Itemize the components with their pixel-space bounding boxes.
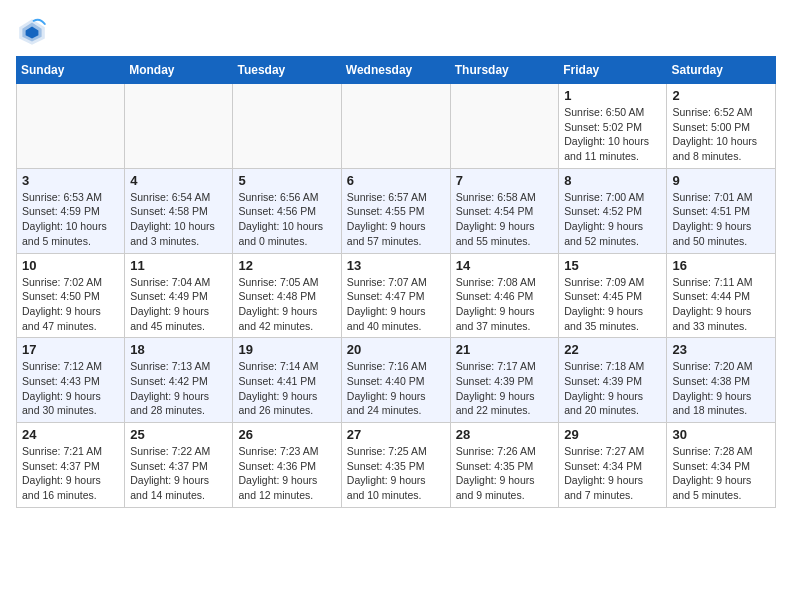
day-number: 23 xyxy=(672,342,770,357)
calendar-cell: 9Sunrise: 7:01 AM Sunset: 4:51 PM Daylig… xyxy=(667,168,776,253)
day-info: Sunrise: 7:14 AM Sunset: 4:41 PM Dayligh… xyxy=(238,359,335,418)
calendar-cell: 12Sunrise: 7:05 AM Sunset: 4:48 PM Dayli… xyxy=(233,253,341,338)
day-info: Sunrise: 7:17 AM Sunset: 4:39 PM Dayligh… xyxy=(456,359,554,418)
calendar-week-4: 17Sunrise: 7:12 AM Sunset: 4:43 PM Dayli… xyxy=(17,338,776,423)
header-monday: Monday xyxy=(125,57,233,84)
day-info: Sunrise: 7:16 AM Sunset: 4:40 PM Dayligh… xyxy=(347,359,445,418)
day-number: 16 xyxy=(672,258,770,273)
day-info: Sunrise: 7:07 AM Sunset: 4:47 PM Dayligh… xyxy=(347,275,445,334)
calendar-cell: 29Sunrise: 7:27 AM Sunset: 4:34 PM Dayli… xyxy=(559,423,667,508)
day-info: Sunrise: 7:09 AM Sunset: 4:45 PM Dayligh… xyxy=(564,275,661,334)
day-info: Sunrise: 6:54 AM Sunset: 4:58 PM Dayligh… xyxy=(130,190,227,249)
day-info: Sunrise: 7:28 AM Sunset: 4:34 PM Dayligh… xyxy=(672,444,770,503)
day-info: Sunrise: 7:25 AM Sunset: 4:35 PM Dayligh… xyxy=(347,444,445,503)
calendar-header-row: SundayMondayTuesdayWednesdayThursdayFrid… xyxy=(17,57,776,84)
calendar-cell: 27Sunrise: 7:25 AM Sunset: 4:35 PM Dayli… xyxy=(341,423,450,508)
calendar-cell: 24Sunrise: 7:21 AM Sunset: 4:37 PM Dayli… xyxy=(17,423,125,508)
header-sunday: Sunday xyxy=(17,57,125,84)
calendar-cell: 13Sunrise: 7:07 AM Sunset: 4:47 PM Dayli… xyxy=(341,253,450,338)
header-thursday: Thursday xyxy=(450,57,559,84)
day-number: 4 xyxy=(130,173,227,188)
day-number: 22 xyxy=(564,342,661,357)
calendar-week-2: 3Sunrise: 6:53 AM Sunset: 4:59 PM Daylig… xyxy=(17,168,776,253)
day-info: Sunrise: 7:13 AM Sunset: 4:42 PM Dayligh… xyxy=(130,359,227,418)
day-number: 27 xyxy=(347,427,445,442)
day-info: Sunrise: 7:27 AM Sunset: 4:34 PM Dayligh… xyxy=(564,444,661,503)
calendar-cell: 3Sunrise: 6:53 AM Sunset: 4:59 PM Daylig… xyxy=(17,168,125,253)
logo xyxy=(16,16,52,48)
day-number: 28 xyxy=(456,427,554,442)
day-info: Sunrise: 7:23 AM Sunset: 4:36 PM Dayligh… xyxy=(238,444,335,503)
day-info: Sunrise: 7:05 AM Sunset: 4:48 PM Dayligh… xyxy=(238,275,335,334)
day-number: 12 xyxy=(238,258,335,273)
calendar-cell xyxy=(450,84,559,169)
day-info: Sunrise: 6:58 AM Sunset: 4:54 PM Dayligh… xyxy=(456,190,554,249)
day-info: Sunrise: 7:22 AM Sunset: 4:37 PM Dayligh… xyxy=(130,444,227,503)
day-number: 5 xyxy=(238,173,335,188)
calendar-cell: 7Sunrise: 6:58 AM Sunset: 4:54 PM Daylig… xyxy=(450,168,559,253)
day-info: Sunrise: 7:00 AM Sunset: 4:52 PM Dayligh… xyxy=(564,190,661,249)
day-number: 25 xyxy=(130,427,227,442)
calendar-cell: 26Sunrise: 7:23 AM Sunset: 4:36 PM Dayli… xyxy=(233,423,341,508)
day-number: 7 xyxy=(456,173,554,188)
calendar-cell: 4Sunrise: 6:54 AM Sunset: 4:58 PM Daylig… xyxy=(125,168,233,253)
calendar-cell: 15Sunrise: 7:09 AM Sunset: 4:45 PM Dayli… xyxy=(559,253,667,338)
day-info: Sunrise: 6:50 AM Sunset: 5:02 PM Dayligh… xyxy=(564,105,661,164)
day-number: 17 xyxy=(22,342,119,357)
day-number: 1 xyxy=(564,88,661,103)
day-number: 19 xyxy=(238,342,335,357)
day-number: 20 xyxy=(347,342,445,357)
calendar-cell: 17Sunrise: 7:12 AM Sunset: 4:43 PM Dayli… xyxy=(17,338,125,423)
day-info: Sunrise: 7:04 AM Sunset: 4:49 PM Dayligh… xyxy=(130,275,227,334)
day-info: Sunrise: 6:53 AM Sunset: 4:59 PM Dayligh… xyxy=(22,190,119,249)
calendar-cell: 10Sunrise: 7:02 AM Sunset: 4:50 PM Dayli… xyxy=(17,253,125,338)
header-saturday: Saturday xyxy=(667,57,776,84)
page-header xyxy=(16,16,776,48)
day-number: 29 xyxy=(564,427,661,442)
calendar-cell: 18Sunrise: 7:13 AM Sunset: 4:42 PM Dayli… xyxy=(125,338,233,423)
day-number: 11 xyxy=(130,258,227,273)
day-number: 13 xyxy=(347,258,445,273)
day-info: Sunrise: 7:20 AM Sunset: 4:38 PM Dayligh… xyxy=(672,359,770,418)
calendar-cell: 22Sunrise: 7:18 AM Sunset: 4:39 PM Dayli… xyxy=(559,338,667,423)
calendar-cell: 19Sunrise: 7:14 AM Sunset: 4:41 PM Dayli… xyxy=(233,338,341,423)
calendar-cell: 21Sunrise: 7:17 AM Sunset: 4:39 PM Dayli… xyxy=(450,338,559,423)
day-number: 10 xyxy=(22,258,119,273)
calendar-cell xyxy=(17,84,125,169)
day-info: Sunrise: 6:56 AM Sunset: 4:56 PM Dayligh… xyxy=(238,190,335,249)
calendar-cell xyxy=(341,84,450,169)
calendar-cell: 25Sunrise: 7:22 AM Sunset: 4:37 PM Dayli… xyxy=(125,423,233,508)
day-info: Sunrise: 7:18 AM Sunset: 4:39 PM Dayligh… xyxy=(564,359,661,418)
day-number: 26 xyxy=(238,427,335,442)
day-number: 21 xyxy=(456,342,554,357)
header-friday: Friday xyxy=(559,57,667,84)
header-tuesday: Tuesday xyxy=(233,57,341,84)
day-info: Sunrise: 7:12 AM Sunset: 4:43 PM Dayligh… xyxy=(22,359,119,418)
day-number: 8 xyxy=(564,173,661,188)
calendar-cell: 30Sunrise: 7:28 AM Sunset: 4:34 PM Dayli… xyxy=(667,423,776,508)
day-number: 24 xyxy=(22,427,119,442)
calendar-week-5: 24Sunrise: 7:21 AM Sunset: 4:37 PM Dayli… xyxy=(17,423,776,508)
day-number: 2 xyxy=(672,88,770,103)
calendar-cell: 2Sunrise: 6:52 AM Sunset: 5:00 PM Daylig… xyxy=(667,84,776,169)
day-number: 3 xyxy=(22,173,119,188)
day-info: Sunrise: 6:52 AM Sunset: 5:00 PM Dayligh… xyxy=(672,105,770,164)
calendar-cell: 1Sunrise: 6:50 AM Sunset: 5:02 PM Daylig… xyxy=(559,84,667,169)
calendar-cell: 6Sunrise: 6:57 AM Sunset: 4:55 PM Daylig… xyxy=(341,168,450,253)
day-info: Sunrise: 7:11 AM Sunset: 4:44 PM Dayligh… xyxy=(672,275,770,334)
calendar-cell: 11Sunrise: 7:04 AM Sunset: 4:49 PM Dayli… xyxy=(125,253,233,338)
day-info: Sunrise: 7:08 AM Sunset: 4:46 PM Dayligh… xyxy=(456,275,554,334)
calendar-week-3: 10Sunrise: 7:02 AM Sunset: 4:50 PM Dayli… xyxy=(17,253,776,338)
logo-icon xyxy=(16,16,48,48)
day-number: 14 xyxy=(456,258,554,273)
day-info: Sunrise: 7:02 AM Sunset: 4:50 PM Dayligh… xyxy=(22,275,119,334)
calendar-cell: 8Sunrise: 7:00 AM Sunset: 4:52 PM Daylig… xyxy=(559,168,667,253)
day-info: Sunrise: 7:21 AM Sunset: 4:37 PM Dayligh… xyxy=(22,444,119,503)
day-number: 30 xyxy=(672,427,770,442)
day-info: Sunrise: 7:26 AM Sunset: 4:35 PM Dayligh… xyxy=(456,444,554,503)
calendar-cell: 16Sunrise: 7:11 AM Sunset: 4:44 PM Dayli… xyxy=(667,253,776,338)
day-info: Sunrise: 6:57 AM Sunset: 4:55 PM Dayligh… xyxy=(347,190,445,249)
calendar: SundayMondayTuesdayWednesdayThursdayFrid… xyxy=(16,56,776,508)
calendar-cell xyxy=(233,84,341,169)
day-info: Sunrise: 7:01 AM Sunset: 4:51 PM Dayligh… xyxy=(672,190,770,249)
